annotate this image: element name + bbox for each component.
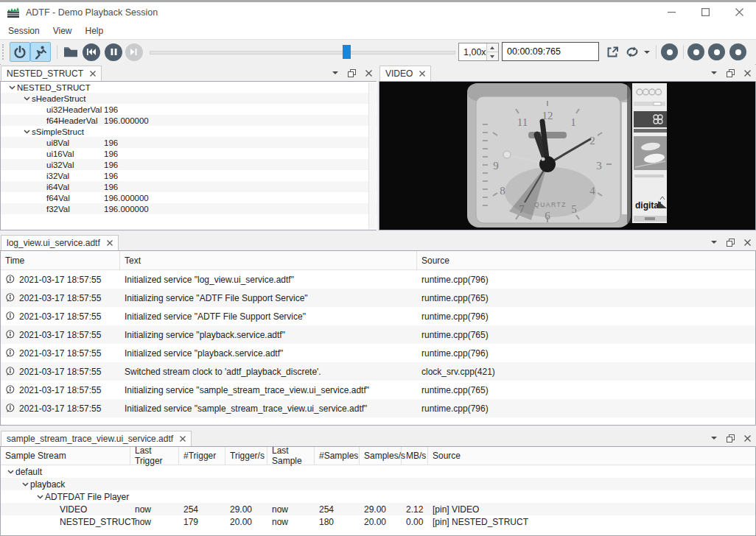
panel-float-icon[interactable]: [727, 239, 735, 247]
menu-view[interactable]: View: [46, 24, 79, 38]
tab-close-icon[interactable]: [180, 436, 186, 442]
skip-to-end-button[interactable]: [124, 42, 144, 62]
trace-row[interactable]: NESTED_STRUCT now 179 20.00 now 180 20.0…: [1, 515, 755, 528]
toolbar-grip[interactable]: [2, 44, 6, 60]
column-header-sample-stream[interactable]: Sample Stream: [1, 447, 130, 465]
tree-row[interactable]: ui16Val196: [1, 148, 377, 159]
marker-button-4[interactable]: [729, 43, 746, 60]
log-row[interactable]: 2021-03-17 18:57:55 Initializing service…: [1, 325, 755, 344]
tree-row[interactable]: ui32HeaderVal196: [1, 104, 377, 115]
info-icon: [5, 348, 15, 358]
tree-row[interactable]: f32Val196.000000: [1, 203, 377, 214]
marker-button-2[interactable]: [687, 43, 704, 60]
tree-row[interactable]: i64Val196: [1, 181, 377, 192]
seek-slider-handle[interactable]: [343, 45, 351, 59]
speed-value[interactable]: 1,00x: [459, 43, 486, 60]
panel-close-icon[interactable]: [365, 70, 372, 77]
seek-slider[interactable]: [150, 42, 455, 62]
chevron-expanded-icon[interactable]: [35, 495, 45, 499]
minimize-icon[interactable]: [654, 2, 688, 22]
column-header-sample-count[interactable]: #Samples: [315, 447, 360, 465]
open-file-button[interactable]: [60, 42, 81, 62]
chevron-expanded-icon[interactable]: [7, 85, 17, 90]
panel-float-icon[interactable]: [727, 69, 735, 77]
tree-row[interactable]: f64Val196.000000: [1, 192, 377, 203]
title-bar[interactable]: ADTF - Demo Playback Session: [0, 2, 756, 22]
log-row[interactable]: 2021-03-17 18:57:55 Initialized service …: [1, 344, 755, 362]
loop-icon: [624, 46, 640, 58]
panel-menu-icon[interactable]: [711, 437, 717, 440]
run-button[interactable]: [30, 42, 51, 62]
chevron-expanded-icon[interactable]: [21, 130, 32, 134]
log-row[interactable]: 2021-03-17 18:57:55 Switched stream cloc…: [1, 362, 755, 381]
tree-row[interactable]: ui8Val196: [1, 137, 377, 148]
column-header-text[interactable]: Text: [120, 251, 417, 269]
log-row[interactable]: 2021-03-17 18:57:55 Initialized service …: [1, 270, 755, 289]
chevron-expanded-icon[interactable]: [21, 96, 32, 101]
tab-sample-stream-trace[interactable]: sample_stream_trace_view.ui_service.adtf: [1, 431, 192, 446]
seek-slider-track[interactable]: [150, 51, 455, 54]
log-row[interactable]: 2021-03-17 18:57:55 Initialized service …: [1, 399, 755, 417]
menu-session[interactable]: Session: [1, 24, 46, 38]
time-field[interactable]: 00:00:09:765: [502, 42, 599, 61]
tree-row[interactable]: sSimpleStruct: [1, 126, 377, 137]
log-row[interactable]: 2021-03-17 18:57:55 Initializing service…: [1, 381, 755, 399]
column-header-time[interactable]: Time: [1, 251, 120, 269]
tab-close-icon[interactable]: [90, 71, 96, 77]
app-icon: [7, 7, 20, 18]
trace-row[interactable]: VIDEO now 254 29.00 now 254 29.00 2.12 […: [1, 503, 755, 515]
panel-menu-icon[interactable]: [711, 71, 717, 74]
speed-spinbox[interactable]: 1,00x: [458, 43, 499, 61]
trace-row[interactable]: playback: [1, 478, 755, 490]
tree-row[interactable]: ui32Val196: [1, 159, 377, 170]
column-header-source[interactable]: Source: [428, 447, 755, 465]
panel-float-icon[interactable]: [348, 69, 356, 77]
column-header-trigger-count[interactable]: #Trigger: [179, 447, 225, 465]
log-row[interactable]: 2021-03-17 18:57:55 Initializing service…: [1, 289, 755, 307]
tree-row[interactable]: i32Val196: [1, 170, 377, 181]
marker-button-3[interactable]: [708, 43, 725, 60]
vertical-scrollbar[interactable]: [368, 82, 376, 229]
power-button[interactable]: [10, 42, 30, 62]
menu-bar: Session View Help: [0, 22, 756, 39]
chevron-expanded-icon[interactable]: [5, 470, 15, 474]
close-icon[interactable]: [722, 2, 756, 22]
menu-help[interactable]: Help: [79, 24, 111, 38]
tab-log-view[interactable]: log_view.ui_service.adtf: [1, 235, 119, 250]
vertical-splitter[interactable]: [377, 65, 379, 230]
column-header-last-sample[interactable]: Last Sample: [267, 447, 315, 465]
speed-down-button[interactable]: [487, 52, 498, 60]
panel-menu-icon[interactable]: [332, 71, 338, 74]
trace-row[interactable]: ADTFDAT File Player: [1, 490, 755, 503]
maximize-icon[interactable]: [688, 2, 722, 22]
tab-close-icon[interactable]: [107, 240, 113, 246]
column-header-source[interactable]: Source: [417, 251, 755, 269]
video-frame-clock-image: 12 1 2 3 4 5 6 7 8 9 11: [379, 82, 755, 230]
tab-close-icon[interactable]: [419, 71, 425, 77]
marker-button-1[interactable]: [661, 43, 678, 60]
trace-row[interactable]: default: [1, 465, 755, 478]
log-row[interactable]: 2021-03-17 18:57:55 Initialized service …: [1, 307, 755, 325]
column-header-mb-s[interactable]: MB/s: [402, 447, 428, 465]
loop-button[interactable]: [623, 42, 642, 62]
column-header-trigger-rate[interactable]: Trigger/s: [225, 447, 267, 465]
speed-up-button[interactable]: [487, 43, 498, 52]
pause-button[interactable]: [103, 42, 124, 62]
detach-button[interactable]: [602, 42, 623, 62]
tree-row[interactable]: sHeaderStruct: [1, 93, 377, 104]
panel-menu-icon[interactable]: [711, 241, 717, 244]
tab-video[interactable]: VIDEO: [379, 66, 431, 81]
loop-options-dropdown[interactable]: [642, 42, 652, 62]
panel-float-icon[interactable]: [727, 434, 735, 442]
skip-to-start-button[interactable]: [81, 42, 102, 62]
tab-nested-struct[interactable]: NESTED_STRUCT: [1, 66, 102, 81]
panel-close-icon[interactable]: [744, 70, 751, 77]
column-header-sample-rate[interactable]: Samples/s: [360, 447, 402, 465]
chevron-expanded-icon[interactable]: [20, 482, 30, 487]
column-header-last-trigger[interactable]: Last Trigger: [130, 447, 179, 465]
tree-row[interactable]: NESTED_STRUCT: [1, 82, 377, 93]
chevron-down-icon: [644, 51, 650, 54]
tree-row[interactable]: f64HeaderVal196.000000: [1, 115, 377, 126]
panel-close-icon[interactable]: [744, 435, 751, 442]
panel-close-icon[interactable]: [744, 239, 751, 246]
